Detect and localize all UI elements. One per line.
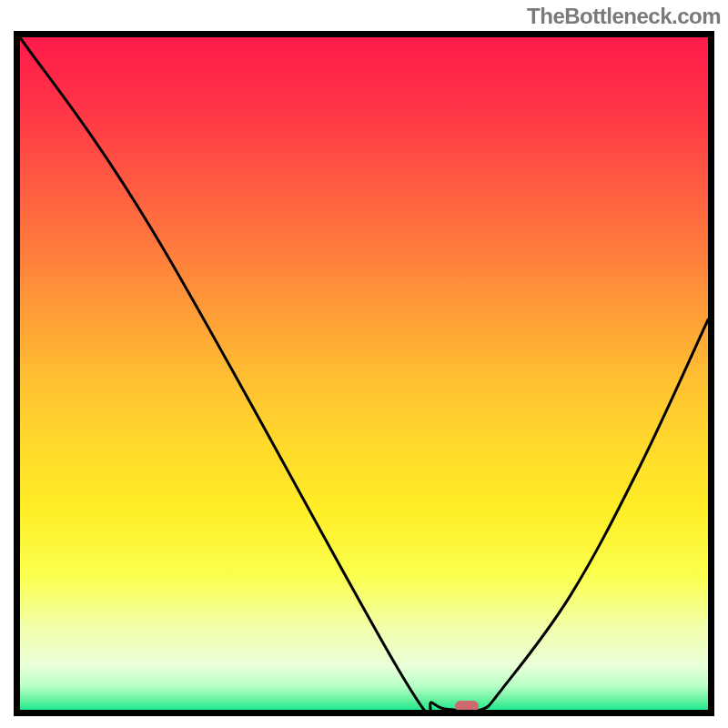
watermark: TheBottleneck.com	[527, 4, 721, 29]
optimal-point-marker	[455, 701, 479, 712]
chart-container: TheBottleneck.com	[0, 0, 728, 728]
plot-area	[14, 31, 714, 716]
bottleneck-curve	[20, 37, 708, 710]
